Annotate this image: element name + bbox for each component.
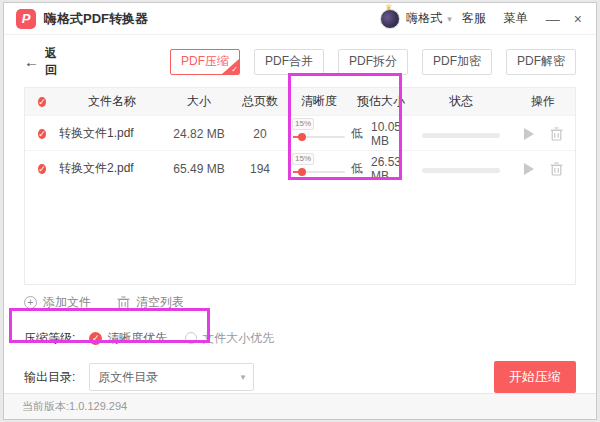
tab-pdf-merge[interactable]: PDF合并 (254, 49, 324, 75)
slider-handle[interactable] (298, 168, 306, 176)
radio-label: 清晰度优先 (107, 330, 167, 347)
close-button[interactable]: × (574, 12, 582, 26)
col-header-filename: 文件名称 (59, 93, 165, 110)
row-checkbox[interactable]: ✓ (38, 164, 46, 174)
chevron-down-icon: ▾ (241, 372, 246, 382)
app-window: P 嗨格式PDF转换器 ♛ 嗨格式 ▾ 客服 菜单 — × ← 返回 PDF压缩… (3, 2, 597, 420)
clear-list-label: 清空列表 (136, 294, 184, 311)
radio-clarity-first[interactable]: ✓ 清晰度优先 (89, 330, 167, 347)
slider-tooltip: 15% (292, 118, 314, 130)
tab-bar: PDF压缩 ✓ PDF合并 PDF拆分 PDF加密 PDF解密 (170, 49, 576, 75)
back-arrow-icon: ← (24, 53, 39, 70)
status-progress-bar (422, 133, 500, 138)
minimize-button[interactable]: — (546, 12, 560, 26)
tab-label: PDF解密 (517, 53, 565, 70)
play-icon[interactable] (524, 163, 534, 175)
output-dir-label: 输出目录: (24, 369, 75, 386)
file-table: ✓ 文件名称 大小 总页数 清晰度 预估大小 状态 操作 ✓ 转换文件1.pdf… (24, 87, 576, 285)
tab-pdf-compress[interactable]: PDF压缩 ✓ (170, 49, 240, 75)
file-size: 65.49 MB (165, 162, 233, 176)
nav-row: ← 返回 PDF压缩 ✓ PDF合并 PDF拆分 PDF加密 PDF解密 (24, 48, 576, 75)
tab-pdf-split[interactable]: PDF拆分 (338, 49, 408, 75)
status-progress-bar (422, 168, 500, 173)
avatar-image (380, 9, 400, 29)
file-size: 24.82 MB (165, 127, 233, 141)
output-dir-select[interactable]: 原文件目录 ▾ (89, 363, 254, 391)
clarity-level: 低 (351, 125, 363, 142)
crown-icon: ♛ (385, 4, 392, 12)
list-actions: + 添加文件 清空列表 (24, 294, 576, 311)
slider-track[interactable] (293, 136, 345, 138)
file-name: 转换文件1.pdf (59, 125, 165, 142)
select-all-checkbox[interactable]: ✓ (38, 97, 46, 107)
menu-link[interactable]: 菜单 (504, 10, 528, 27)
clarity-level: 低 (351, 160, 363, 177)
file-pages: 194 (233, 162, 287, 176)
username-label[interactable]: 嗨格式 (406, 10, 442, 27)
tab-label: PDF合并 (265, 53, 313, 70)
plus-icon: + (24, 296, 37, 309)
radio-checked-icon: ✓ (89, 332, 102, 345)
delete-icon[interactable] (550, 127, 563, 141)
clarity-slider[interactable]: 15% (287, 116, 351, 151)
output-row: 输出目录: 原文件目录 ▾ 开始压缩 (24, 361, 576, 393)
compression-level-row: 压缩等级: ✓ 清晰度优先 文件大小优先 (24, 328, 576, 348)
slider-track[interactable] (293, 171, 345, 173)
tab-pdf-decrypt[interactable]: PDF解密 (506, 49, 576, 75)
output-dir-value: 原文件目录 (98, 369, 158, 386)
support-link[interactable]: 客服 (462, 10, 486, 27)
add-file-button[interactable]: + 添加文件 (24, 294, 91, 311)
radio-unchecked-icon (185, 332, 197, 344)
col-header-pages: 总页数 (233, 93, 287, 110)
compression-level-label: 压缩等级: (24, 330, 75, 347)
back-label: 返回 (45, 45, 64, 79)
col-header-operation: 操作 (511, 93, 575, 110)
user-avatar[interactable]: ♛ (380, 9, 400, 29)
play-icon[interactable] (524, 128, 534, 140)
col-header-status: 状态 (411, 93, 511, 110)
file-name: 转换文件2.pdf (59, 160, 165, 177)
col-header-estimated: 预估大小 (351, 93, 411, 110)
delete-icon[interactable] (550, 162, 563, 176)
table-row: ✓ 转换文件1.pdf 24.82 MB 20 15% 低 10.05 MB (25, 115, 575, 150)
clear-list-button[interactable]: 清空列表 (117, 294, 184, 311)
table-header-row: ✓ 文件名称 大小 总页数 清晰度 预估大小 状态 操作 (25, 88, 575, 115)
tab-label: PDF拆分 (349, 53, 397, 70)
status-bar: 当前版本:1.0.129.294 (4, 393, 596, 419)
estimated-size: 26.53 MB (371, 155, 411, 183)
start-compress-button[interactable]: 开始压缩 (494, 361, 576, 393)
slider-handle[interactable] (298, 133, 306, 141)
check-icon: ✓ (231, 65, 238, 74)
trash-icon (117, 296, 130, 310)
file-pages: 20 (233, 127, 287, 141)
clarity-slider[interactable]: 15% (287, 151, 351, 186)
slider-tooltip: 15% (292, 153, 314, 165)
radio-label: 文件大小优先 (202, 330, 274, 347)
version-label: 当前版本:1.0.129.294 (22, 399, 127, 414)
row-checkbox[interactable]: ✓ (38, 129, 46, 139)
app-title: 嗨格式PDF转换器 (44, 10, 148, 28)
col-header-size: 大小 (165, 93, 233, 110)
titlebar: P 嗨格式PDF转换器 ♛ 嗨格式 ▾ 客服 菜单 — × (4, 3, 596, 35)
radio-filesize-first[interactable]: 文件大小优先 (185, 330, 274, 347)
tab-label: PDF加密 (433, 53, 481, 70)
table-row: ✓ 转换文件2.pdf 65.49 MB 194 15% 低 26.53 MB (25, 150, 575, 185)
app-logo-icon: P (16, 9, 36, 29)
chevron-down-icon[interactable]: ▾ (447, 14, 452, 24)
back-button[interactable]: ← 返回 (24, 45, 64, 79)
col-header-clarity: 清晰度 (287, 93, 351, 110)
estimated-size: 10.05 MB (371, 120, 411, 148)
add-file-label: 添加文件 (43, 294, 91, 311)
tab-pdf-encrypt[interactable]: PDF加密 (422, 49, 492, 75)
